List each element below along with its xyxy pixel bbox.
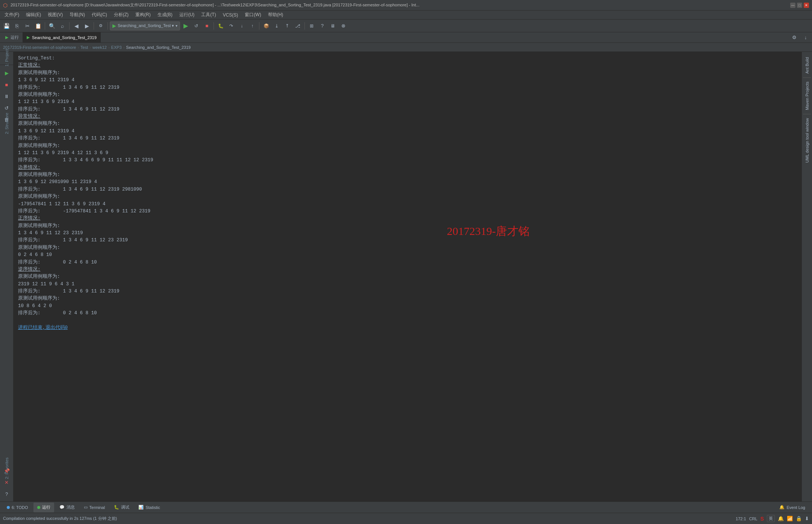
console-line: 1 3 6 9 12 11 2319 4 [18,128,797,135]
menu-help[interactable]: 帮助(H) [265,11,286,19]
run-tab-file[interactable]: ▶ Searching_and_Sorting_Test_2319 [23,32,101,43]
tb-cut[interactable]: ✂ [23,21,32,31]
tb-vcs4[interactable]: ⎇ [293,21,303,31]
console-area[interactable]: 20172319-唐才铭 Sorting_Test: 正常情况: 原测试用例顺序… [14,52,801,501]
bc-week12[interactable]: week12 [92,45,107,50]
tb-save[interactable]: 💾 [2,21,11,31]
terminal-label: Terminal [89,505,105,510]
tb-help[interactable]: ? [317,21,327,31]
status-bar: Compilation completed successfully in 2s… [0,513,812,524]
menu-view[interactable]: 视图(V) [45,11,66,19]
tb-debug[interactable]: 🐛 [216,21,226,31]
tb-build[interactable]: ⚙ [96,21,106,31]
download-icon[interactable]: ⬇ [805,516,809,521]
cursor-pos: 172:1 [736,516,746,521]
menu-navigate[interactable]: 导航(N) [67,11,88,19]
sidebar-structure[interactable]: 2: Structure [0,113,14,134]
menu-file[interactable]: 文件(F) [2,11,22,19]
run-tab-label: 运行 [11,35,19,40]
lock-icon[interactable]: 🔒 [796,516,802,521]
todo-label: 6: TODO [12,505,28,510]
tab-messages[interactable]: 💬 消息 [56,503,79,512]
console-line: -179547841 1 12 11 3 6 9 2319 4 [18,201,797,208]
bc-test[interactable]: Test [80,45,88,50]
tb-step-over[interactable]: ↷ [226,21,236,31]
tb-no[interactable]: ⊗ [338,21,348,31]
tab-statistic[interactable]: 📊 Statistic [135,503,164,512]
menu-code[interactable]: 代码(C) [89,11,110,19]
tb-forward[interactable]: ▶ [82,21,92,31]
tb-run2[interactable]: ↺ [191,21,201,31]
run-config-dropdown[interactable]: ▶ Searching_and_Sorting_Test ▾ ▾ [110,21,180,30]
signal-icon[interactable]: 📶 [787,516,793,521]
tb-back[interactable]: ◀ [71,21,81,31]
breadcrumb: 20172319-First-semester-of-sophomore › T… [0,43,812,52]
tab-run[interactable]: 运行 [33,503,54,512]
tb-vcs3[interactable]: ⤒ [282,21,292,31]
console-line: 边界情况: [18,164,797,171]
pin-icon[interactable]: ↓ [801,33,810,42]
console-line: 原测试用例顺序为: [18,244,797,251]
run-btn[interactable]: ▶ [2,68,12,78]
sidebar-favorites[interactable]: 2: Favorites [0,457,14,479]
console-line: 原测试用例顺序为: [18,193,797,200]
bell-icon[interactable]: 🔔 [778,516,784,521]
console-line: 原测试用例顺序为: [18,273,797,280]
minimize-btn[interactable]: — [790,3,795,8]
settings-icon[interactable]: ⚙ [789,33,799,42]
right-panel-uml[interactable]: UML design tool window [803,114,812,167]
console-line: 排序后为: 0 2 4 6 8 10 [18,259,797,266]
menu-edit[interactable]: 编辑(E) [23,11,44,19]
right-panel-maven[interactable]: Maven Projects [803,78,812,114]
sidebar-item-project[interactable]: 1: Project [2,53,11,62]
tb-terminal[interactable]: ⊞ [307,21,317,31]
right-panel-ant[interactable]: Ant Build [803,53,812,77]
debug-icon: 🐛 [114,505,119,510]
run-tab-run[interactable]: ▶ 运行 [2,32,23,43]
tb-screen[interactable]: 🖥 [328,21,338,31]
menu-generate[interactable]: 生成(B) [155,11,176,19]
menu-tools[interactable]: 工具(T) [198,11,219,19]
menu-refactor[interactable]: 重构(R) [132,11,154,19]
bc-file[interactable]: Searching_and_Sorting_Test_2319 [126,45,191,50]
lang-indicator[interactable]: 英 [767,515,775,522]
menu-vcs[interactable]: VCS(S) [220,12,241,18]
tab-debug[interactable]: 🐛 调试 [110,503,133,512]
pause-btn[interactable]: ⏸ [2,91,12,101]
tb-stop[interactable]: ■ [202,21,212,31]
tb-vcs2[interactable]: ⤓ [272,21,282,31]
console-line: 10 8 6 4 2 0 [18,303,797,310]
reload-btn[interactable]: ↺ [2,103,12,113]
console-line: 排序后为: 1 3 4 6 9 11 12 2319 2981090 [18,186,797,193]
crlf-indicator[interactable]: CRL [749,516,757,521]
statistic-label: Statistic [145,505,160,510]
tab-terminal[interactable]: ▭ Terminal [80,503,109,512]
msg-label: 消息 [67,504,75,510]
tb-step-into[interactable]: ↓ [237,21,247,31]
stop-btn[interactable]: ■ [2,79,12,90]
tb-vcs[interactable]: 📦 [261,21,271,31]
process-exit-link[interactable]: 进程已结束,退出代码0 [18,324,797,332]
right-sidebar: Ant Build Maven Projects UML design tool… [801,52,812,501]
help-btn[interactable]: ? [2,489,12,499]
tb-paste[interactable]: 📋 [33,21,43,31]
menu-analyze[interactable]: 分析(Z) [111,11,132,19]
bc-exp3[interactable]: EXP3 [111,45,122,50]
maximize-btn[interactable]: □ [797,3,802,8]
menu-window[interactable]: 窗口(W) [242,11,264,19]
console-line: Sorting_Test: [18,55,797,62]
main-layout: 1: Project ▶ ■ ⏸ ↺ 🗑 📌 ✕ ? 2: Structure … [0,52,812,501]
tab-todo[interactable]: 6: TODO [3,503,32,512]
sep7 [304,22,305,30]
tb-run-green[interactable]: ▶ [181,21,191,31]
tb-search[interactable]: 🔍 [47,21,57,31]
console-line: 1 3 6 9 12 2981090 11 2319 4 [18,179,797,186]
bc-project[interactable]: 20172319-First-semester-of-sophomore [3,45,76,50]
tb-copy[interactable]: ⎘ [12,21,22,31]
menu-run[interactable]: 运行(U) [176,11,198,19]
event-log-btn[interactable]: 🔔 Event Log [776,503,809,512]
close-btn[interactable]: ✕ [804,3,809,8]
tb-step-out[interactable]: ↑ [247,21,257,31]
tb-search2[interactable]: ⌕ [58,21,67,31]
run-icon: ▶ [5,35,8,40]
